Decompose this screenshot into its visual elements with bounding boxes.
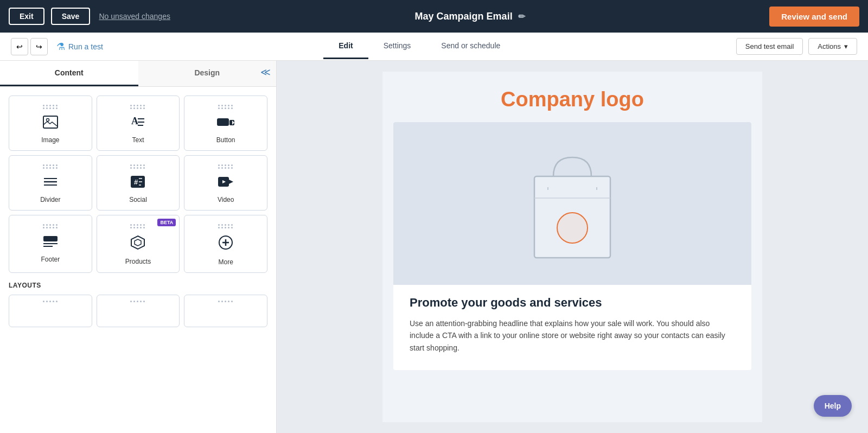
footer-label: Footer [41,256,60,263]
component-text[interactable]: A Text [97,95,180,151]
divider-label: Divider [40,196,60,203]
drag-handle-layout3 [218,301,233,302]
button-label: Button [216,136,235,144]
drag-handle-text [130,105,145,109]
drag-handle-video [218,164,233,169]
tab-settings[interactable]: Settings [368,34,426,59]
more-label: More [218,258,233,266]
video-icon [218,175,234,192]
drag-handle-products [130,224,145,228]
drag-handle-layout2 [130,301,145,302]
email-preview: Company logo [277,61,868,433]
shopping-bag-illustration [518,144,627,263]
email-title: May Campaign Email ✏ [177,11,763,22]
run-test-icon: ⚗ [56,41,65,53]
run-test-button[interactable]: ⚗ Run a test [56,41,103,53]
email-title-text: May Campaign Email [415,11,513,22]
components-grid: Image A Text [0,87,276,282]
run-test-label: Run a test [68,42,103,51]
more-icon [218,235,233,254]
send-test-email-button[interactable]: Send test email [736,38,803,55]
email-card-title: Promote your goods and services [410,296,735,310]
social-icon: # [130,175,145,192]
svg-rect-0 [43,116,58,128]
svg-marker-20 [131,236,144,249]
unsaved-changes-link[interactable]: No unsaved changes [99,12,170,21]
top-bar: Exit Save No unsaved changes May Campaig… [0,0,868,33]
review-send-button[interactable]: Review and send [769,7,859,27]
email-card-content: Promote your goods and services Use an a… [393,296,751,354]
tab-edit[interactable]: Edit [323,34,368,59]
drag-handle-layout1 [43,301,58,302]
component-divider[interactable]: Divider [9,155,92,211]
component-social[interactable]: # Social [97,155,180,211]
actions-chevron-icon: ▾ [844,42,848,50]
svg-rect-6 [217,118,229,126]
divider-icon [43,175,58,192]
svg-point-1 [46,119,49,122]
beta-badge: BETA [157,219,176,226]
button-icon [216,116,235,132]
image-label: Image [41,136,59,144]
layouts-section: LAYOUTS [0,282,276,336]
video-label: Video [218,196,234,203]
tab-send-or-schedule[interactable]: Send or schedule [426,34,515,59]
component-video[interactable]: Video [184,155,267,211]
drag-handle-image [43,105,58,109]
product-image-placeholder [393,122,751,285]
email-card-body: Use an attention-grabbing headline that … [410,317,735,354]
tab-design[interactable]: Design [138,61,277,86]
sidebar: ≪ Content Design Im [0,61,277,433]
actions-label: Actions [818,42,841,50]
footer-icon [43,235,58,251]
main-tabs: Edit Settings Send or schedule [112,34,727,59]
svg-point-27 [557,213,588,243]
svg-text:A: A [131,116,138,126]
save-button[interactable]: Save [51,8,91,25]
component-footer[interactable]: Footer [9,215,92,273]
drag-handle-button [218,105,233,109]
undo-redo-group: ↩ ↪ [11,38,48,55]
tab-content[interactable]: Content [0,61,138,86]
svg-text:#: # [134,178,138,186]
undo-button[interactable]: ↩ [11,38,28,55]
svg-rect-17 [43,236,58,241]
redo-button[interactable]: ↪ [30,38,48,55]
layout-card-2[interactable] [97,295,180,327]
component-button[interactable]: Button [184,95,267,151]
drag-handle-more [218,224,233,228]
products-label: Products [125,258,151,265]
edit-title-icon[interactable]: ✏ [518,11,525,22]
image-icon [43,116,58,132]
social-label: Social [129,196,147,203]
sub-bar: ↩ ↪ ⚗ Run a test Edit Settings Send or s… [0,33,868,61]
component-more[interactable]: More [184,215,267,273]
help-button[interactable]: Help [814,395,852,417]
component-products[interactable]: BETA Products [97,215,180,273]
main-layout: ≪ Content Design Im [0,61,868,433]
exit-button[interactable]: Exit [9,8,44,25]
company-logo-text: Company logo [393,88,751,111]
company-logo-section: Company logo [382,72,762,122]
svg-marker-15 [229,180,233,184]
component-image[interactable]: Image [9,95,92,151]
sidebar-collapse-button[interactable]: ≪ [260,66,271,78]
actions-button[interactable]: Actions ▾ [808,38,857,55]
sub-bar-right: Send test email Actions ▾ [736,38,857,55]
drag-handle-footer [43,224,58,228]
svg-marker-21 [135,239,141,246]
drag-handle-divider [43,164,58,169]
layouts-grid [9,295,267,327]
text-label: Text [132,136,144,144]
email-container: Company logo [382,72,762,422]
text-icon: A [130,116,145,132]
layouts-title: LAYOUTS [9,282,267,289]
layout-card-3[interactable] [184,295,267,327]
drag-handle-social [130,164,145,169]
products-icon [130,235,145,253]
content-design-tabs: Content Design [0,61,276,87]
email-card: Promote your goods and services Use an a… [393,122,751,370]
layout-card-1[interactable] [9,295,92,327]
